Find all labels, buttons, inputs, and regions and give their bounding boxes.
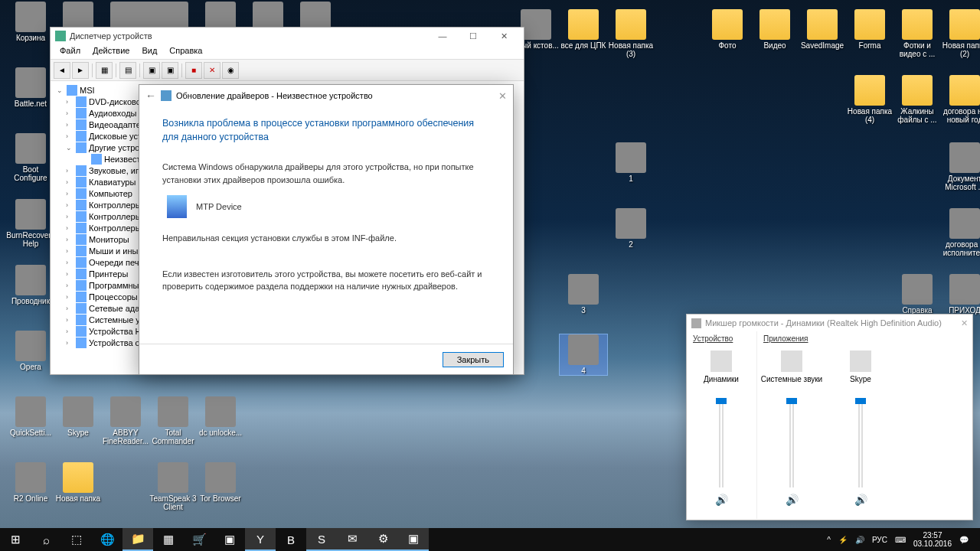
maximize-button[interactable]: ☐ <box>458 28 488 44</box>
desktop-icon[interactable]: Жалкины файлы с ... <box>893 75 942 124</box>
desktop-icon[interactable]: ABBYY FineReader... <box>101 396 150 445</box>
volume-mixer-window: Микшер громкости - Динамики (Realtek Hig… <box>686 314 973 520</box>
tool-button[interactable]: ▣ <box>162 62 178 79</box>
driver-update-dialog: ← Обновление драйверов - Неизвестное уст… <box>139 84 514 375</box>
desktop-icon[interactable]: все для ЦПК <box>559 9 608 50</box>
volume-slider[interactable] <box>858 399 863 487</box>
tray-lang[interactable]: РУС <box>868 528 891 551</box>
tool-button[interactable]: ▣ <box>143 62 160 79</box>
desktop-icon[interactable]: ПРИХОД <box>940 274 980 315</box>
desktop-icon[interactable]: Проводник <box>6 265 55 305</box>
desktop-icon[interactable]: TeamSpeak 3 Client <box>149 462 198 511</box>
tool-button[interactable]: ■ <box>185 62 202 79</box>
desktop-icon[interactable]: Фото <box>703 9 752 50</box>
desktop-icon[interactable]: договора с исполните... <box>940 208 980 257</box>
desktop-icon[interactable]: dc unlocke... <box>196 396 245 437</box>
desktop-icon[interactable]: Фотки и видео с ... <box>893 9 942 58</box>
window-title: Диспетчер устройств <box>70 31 152 41</box>
device-name: MTP Device <box>196 202 242 211</box>
taskbar-app[interactable]: S <box>306 528 337 551</box>
mute-icon[interactable]: 🔊 <box>786 494 799 506</box>
section-label: Приложения <box>757 334 972 346</box>
section-label: Устройство <box>687 334 756 346</box>
toolbar: ◄ ► ▦ ▤ ▣ ▣ ■ ✕ ◉ <box>51 60 524 81</box>
menu-item[interactable]: Вид <box>136 44 163 59</box>
tray-volume-icon[interactable]: 🔊 <box>851 528 868 551</box>
back-icon[interactable]: ◄ <box>54 62 70 79</box>
desktop-icon[interactable]: Boot Configure <box>6 133 55 182</box>
window-titlebar[interactable]: Микшер громкости - Динамики (Realtek Hig… <box>687 315 972 331</box>
close-button[interactable]: Закрыть <box>443 352 504 367</box>
desktop-icon[interactable]: QuickSetti... <box>6 396 55 437</box>
taskbar-app[interactable]: Y <box>245 528 276 551</box>
taskbar-app[interactable]: ✉ <box>337 528 368 551</box>
desktop-icon[interactable]: 2 <box>606 208 655 249</box>
desktop-icon[interactable]: 4 <box>559 334 608 376</box>
desktop-icon[interactable]: Новая папка (2) <box>940 9 980 58</box>
desktop-icon[interactable]: 3 <box>559 274 608 315</box>
close-icon[interactable]: ✕ <box>498 90 507 102</box>
desktop-icon[interactable]: Opera <box>6 331 55 371</box>
desktop-icon[interactable]: SavedImage <box>798 9 847 50</box>
desktop-icon[interactable]: Skype <box>54 396 103 437</box>
dialog-text: Неправильная секция установки службы в э… <box>162 232 490 245</box>
desktop-icon[interactable]: Корзина <box>6 2 55 42</box>
device-icon <box>161 90 172 101</box>
desktop-icon[interactable]: BurnRecovery Help <box>6 199 55 248</box>
taskbar-app[interactable]: В <box>276 528 306 551</box>
desktop-icon[interactable]: 1 <box>606 142 655 183</box>
taskbar-app[interactable]: ▣ <box>398 528 429 551</box>
mute-icon[interactable]: 🔊 <box>715 494 728 506</box>
taskbar-app[interactable]: 📁 <box>122 528 153 551</box>
dialog-text: Система Windows обнаружила драйверы для … <box>162 161 490 186</box>
search-button[interactable]: ⌕ <box>31 528 61 551</box>
tray-clock[interactable]: 23:57 03.10.2016 <box>910 528 956 551</box>
window-titlebar[interactable]: Диспетчер устройств — ☐ ✕ <box>51 28 524 44</box>
volume-slider[interactable] <box>789 399 794 487</box>
menu-item[interactable]: Действие <box>87 44 136 59</box>
taskbar-app[interactable]: ⚙ <box>368 528 398 551</box>
app-icon[interactable] <box>710 350 732 372</box>
app-icon[interactable] <box>850 350 871 372</box>
dialog-text: Если известен изготовитель этого устройс… <box>162 268 490 293</box>
tray-ime-icon[interactable]: ⌨ <box>891 528 910 551</box>
desktop-icon[interactable]: договора на новый год <box>940 75 980 124</box>
tool-button[interactable]: ◉ <box>222 62 239 79</box>
fwd-icon[interactable]: ► <box>72 62 89 79</box>
tray-chevron-icon[interactable]: ^ <box>823 528 835 551</box>
desktop-icon[interactable]: Total Commander <box>149 396 198 445</box>
back-icon[interactable]: ← <box>145 90 156 102</box>
action-center-icon[interactable]: 💬 <box>956 528 972 551</box>
speaker-icon <box>691 318 701 328</box>
desktop-icon[interactable]: Forma <box>845 9 894 50</box>
volume-slider[interactable] <box>719 399 724 487</box>
mute-icon[interactable]: 🔊 <box>854 494 867 506</box>
minimize-button[interactable]: — <box>427 28 458 44</box>
close-button[interactable]: ✕ <box>488 28 519 44</box>
menu-item[interactable]: Справка <box>163 44 208 59</box>
tool-button[interactable]: ▦ <box>96 62 113 79</box>
tray-network-icon[interactable]: ⚡ <box>835 528 851 551</box>
desktop-icon[interactable]: Tor Browser <box>196 462 245 503</box>
desktop-icon[interactable]: Документ Microsoft ... <box>940 142 980 191</box>
desktop-icon[interactable]: R2 Online <box>6 462 55 503</box>
desktop-icon[interactable]: Battle.net <box>6 67 55 108</box>
app-icon <box>55 31 66 41</box>
app-icon[interactable] <box>781 350 802 372</box>
menu-item[interactable]: Файл <box>54 44 87 59</box>
desktop-icon[interactable]: Новая папка (3) <box>606 9 655 58</box>
taskbar-app[interactable]: ▣ <box>214 528 245 551</box>
task-view-button[interactable]: ⬚ <box>61 528 92 551</box>
taskbar-app[interactable]: 🌐 <box>92 528 122 551</box>
desktop-icon[interactable]: Новая папка (4) <box>845 75 894 124</box>
tool-button[interactable]: ▤ <box>119 62 136 79</box>
desktop-icon[interactable]: Видео <box>750 9 799 50</box>
menubar: ФайлДействиеВидСправка <box>51 44 524 60</box>
taskbar-app[interactable]: 🛒 <box>184 528 214 551</box>
tool-button[interactable]: ✕ <box>204 62 220 79</box>
show-desktop-button[interactable] <box>972 528 980 551</box>
desktop-icon[interactable]: Новая папка <box>54 462 103 503</box>
start-button[interactable]: ⊞ <box>0 528 31 551</box>
taskbar-app[interactable]: ▦ <box>153 528 184 551</box>
close-icon[interactable]: ✕ <box>961 318 968 328</box>
